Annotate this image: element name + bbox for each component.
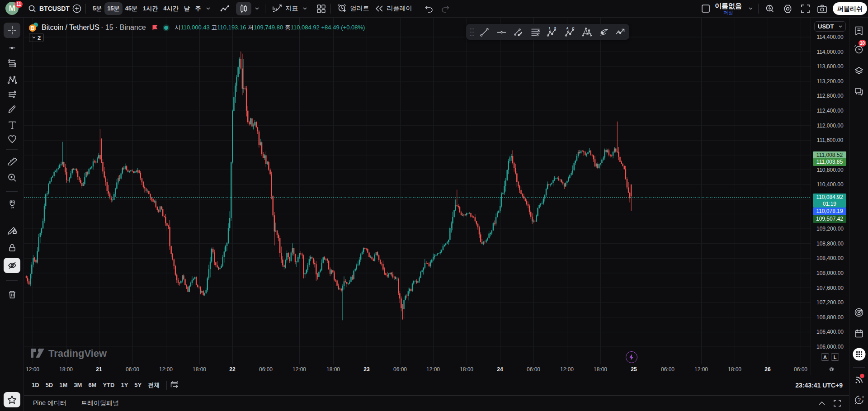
svg-text:A: A xyxy=(566,27,568,30)
svg-text:1: 1 xyxy=(548,27,550,30)
svg-text:?: ? xyxy=(857,397,860,403)
svg-text:5: 5 xyxy=(554,27,556,30)
svg-text:C: C xyxy=(572,27,574,30)
